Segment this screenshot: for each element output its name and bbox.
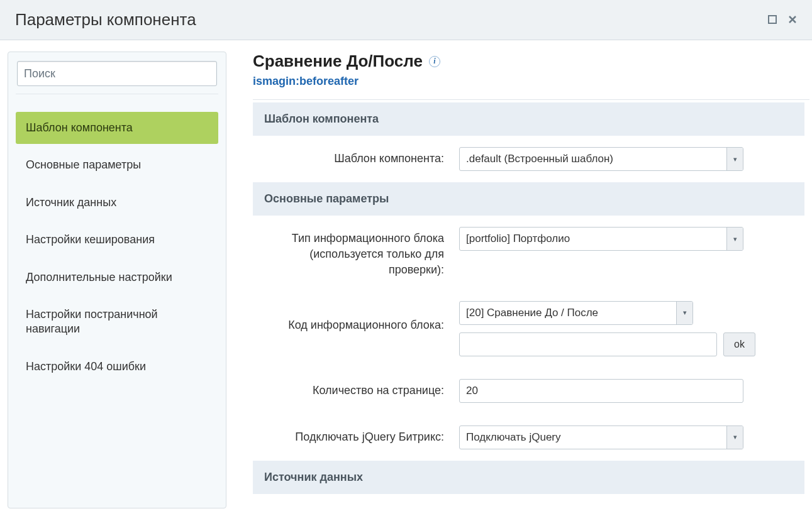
sidebar: Шаблон компонента Основные параметры Ист… — [0, 40, 234, 516]
body: Шаблон компонента Основные параметры Ист… — [0, 40, 812, 516]
sidebar-item-label: Настройки постраничной навигации — [26, 308, 158, 335]
field-per-page — [459, 379, 793, 403]
component-id: ismagin:beforeafter — [253, 75, 809, 88]
sidebar-nav: Шаблон компонента Основные параметры Ист… — [16, 112, 218, 383]
label-iblock-type: Тип информационного блока (используется … — [264, 227, 459, 278]
sidebar-item-label: Настройки 404 ошибки — [26, 360, 146, 373]
sidebar-card: Шаблон компонента Основные параметры Ист… — [8, 52, 226, 508]
row-per-page: Количество на странице: — [253, 368, 804, 414]
row-template: Шаблон компонента: ▾ — [253, 136, 804, 182]
svg-rect-0 — [769, 16, 776, 23]
select-wrap-iblock-code: ▾ — [459, 301, 693, 325]
template-select[interactable] — [459, 147, 743, 171]
heading-row: Сравнение До/После i — [253, 52, 809, 71]
label-jquery: Подключать jQuery Битрикс: — [264, 425, 459, 445]
per-page-input[interactable] — [459, 379, 743, 403]
row-iblock-type: Тип информационного блока (используется … — [253, 216, 804, 290]
field-iblock-type: ▾ — [459, 227, 793, 251]
section-head-datasource: Источник данных — [253, 461, 804, 494]
sidebar-item-label: Основные параметры — [26, 158, 141, 171]
scroll-area[interactable]: Шаблон компонента Шаблон компонента: ▾ О… — [253, 102, 809, 516]
iblock-code-input[interactable] — [459, 332, 717, 356]
label-template: Шаблон компонента: — [264, 147, 459, 167]
titlebar: Параметры компонента — [0, 0, 812, 40]
row-jquery: Подключать jQuery Битрикс: ▾ — [253, 414, 804, 461]
field-template: ▾ — [459, 147, 793, 171]
page-title: Сравнение До/После — [253, 52, 423, 71]
jquery-select[interactable] — [459, 425, 743, 449]
sidebar-item-datasource[interactable]: Источник данных — [16, 187, 218, 219]
field-jquery: ▾ — [459, 425, 793, 449]
label-iblock-code: Код информационного блока: — [264, 301, 459, 333]
iblock-code-select[interactable] — [459, 301, 693, 325]
section-head-basic: Основные параметры — [253, 182, 804, 216]
close-icon[interactable] — [788, 14, 797, 26]
sidebar-item-label: Дополнительные настройки — [26, 271, 172, 283]
sidebar-item-label: Шаблон компонента — [26, 121, 133, 134]
sidebar-item-cache[interactable]: Настройки кеширования — [16, 224, 218, 256]
sidebar-item-label: Источник данных — [26, 196, 116, 209]
section-head-template: Шаблон компонента — [253, 102, 804, 136]
ok-button[interactable]: ok — [723, 332, 755, 356]
sidebar-item-label: Настройки кеширования — [26, 233, 155, 246]
sidebar-item-additional[interactable]: Дополнительные настройки — [16, 261, 218, 294]
info-icon[interactable]: i — [429, 56, 440, 67]
select-wrap-jquery: ▾ — [459, 425, 743, 449]
label-per-page: Количество на странице: — [264, 379, 459, 398]
iblock-code-inline: ok — [459, 332, 793, 356]
row-iblock-code: Код информационного блока: ▾ ok — [253, 290, 804, 368]
field-iblock-code: ▾ ok — [459, 301, 793, 356]
window: Параметры компонента Шаблон компонента О… — [0, 0, 812, 516]
search-wrap — [16, 61, 218, 94]
main: Сравнение До/После i ismagin:beforeafter… — [234, 40, 812, 516]
window-buttons — [768, 14, 797, 26]
divider — [253, 99, 809, 100]
iblock-type-select[interactable] — [459, 227, 743, 251]
sidebar-item-404[interactable]: Настройки 404 ошибки — [16, 351, 218, 383]
sidebar-item-template[interactable]: Шаблон компонента — [16, 112, 218, 144]
window-title: Параметры компонента — [15, 10, 196, 30]
select-wrap-template: ▾ — [459, 147, 743, 171]
select-wrap-iblock-type: ▾ — [459, 227, 743, 251]
search-input[interactable] — [17, 61, 217, 86]
maximize-icon[interactable] — [768, 14, 777, 26]
sidebar-item-basic[interactable]: Основные параметры — [16, 149, 218, 181]
sidebar-item-pagination[interactable]: Настройки постраничной навигации — [16, 299, 218, 346]
